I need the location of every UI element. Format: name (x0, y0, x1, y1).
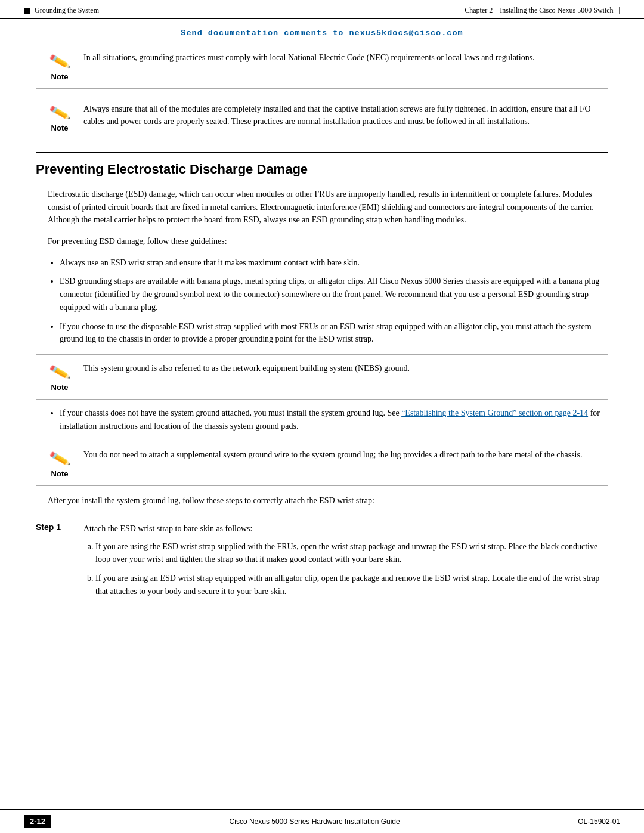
header-section-label: Grounding the System (35, 6, 99, 15)
chapter-title: Installing the Cisco Nexus 5000 Switch (500, 6, 613, 14)
note-text-3: This system ground is also referred to a… (83, 362, 608, 374)
page-number: 2-12 (24, 815, 51, 828)
chapter-label: Chapter 2 (465, 6, 493, 14)
step-1a: If you are using the ESD wrist strap sup… (95, 540, 608, 566)
note-icon-area-1: ✏️ Note (36, 51, 83, 81)
send-docs-line: Send documentation comments to nexus5kdo… (36, 19, 608, 44)
footer: 2-12 Cisco Nexus 5000 Series Hardware In… (0, 809, 644, 833)
list-item: Always use an ESD wrist strap and ensure… (60, 256, 608, 270)
bullet-list-2: If your chassis does not have the system… (60, 407, 608, 432)
pencil-icon-1: ✏️ (48, 50, 72, 73)
footer-center-text: Cisco Nexus 5000 Series Hardware Install… (230, 817, 400, 826)
note-block-3: ✏️ Note This system ground is also refer… (36, 354, 608, 400)
note-icon-area-2: ✏️ Note (36, 103, 83, 132)
pencil-icon-2: ✏️ (48, 101, 72, 124)
footer-right-text: OL-15902-01 (578, 817, 620, 826)
list-item: If you choose to use the disposable ESD … (60, 320, 608, 346)
note-label-2: Note (51, 123, 69, 132)
section-heading: Preventing Electrostatic Discharge Damag… (36, 152, 608, 177)
step-1-block: Step 1 Attach the ESD wrist strap to bar… (36, 516, 608, 609)
page-container: Grounding the System Chapter 2 Installin… (0, 0, 644, 833)
note-text-1: In all situations, grounding practices m… (83, 51, 608, 64)
pencil-icon-3: ✏️ (48, 361, 72, 383)
black-square-icon (24, 8, 30, 14)
note-icon-area-3: ✏️ Note (36, 362, 83, 392)
list-item: ESD grounding straps are available with … (60, 275, 608, 314)
note-block-2: ✏️ Note Always ensure that all of the mo… (36, 95, 608, 140)
note-text-4: You do not need to attach a supplemental… (83, 448, 608, 461)
top-header: Grounding the System Chapter 2 Installin… (0, 0, 644, 19)
step-1-label: Step 1 (36, 522, 83, 532)
note-icon-area-4: ✏️ Note (36, 448, 83, 478)
step-1b: If you are using an ESD wrist strap equi… (95, 572, 608, 597)
pencil-icon-4: ✏️ (48, 448, 72, 470)
step-1-content: Attach the ESD wrist strap to bare skin … (83, 522, 608, 603)
note-block-1: ✏️ Note In all situations, grounding pra… (36, 44, 608, 89)
bullet-list: Always use an ESD wrist strap and ensure… (60, 256, 608, 346)
note-text-2: Always ensure that all of the modules ar… (83, 103, 608, 128)
note-label-3: Note (51, 383, 69, 392)
header-left: Grounding the System (24, 6, 99, 15)
note-block-4: ✏️ Note You do not need to attach a supp… (36, 441, 608, 486)
list-item-after-note3: If your chassis does not have the system… (60, 407, 608, 432)
step-1-sublist: If you are using the ESD wrist strap sup… (95, 540, 608, 598)
after-note4-text: After you install the system ground lug,… (48, 494, 608, 507)
note-label-4: Note (51, 469, 69, 478)
step-1-text: Attach the ESD wrist strap to bare skin … (83, 522, 608, 535)
header-right: Chapter 2 Installing the Cisco Nexus 500… (465, 6, 620, 15)
system-ground-link[interactable]: “Establishing the System Ground” section… (401, 408, 588, 417)
main-content: Send documentation comments to nexus5kdo… (0, 19, 644, 645)
note-label-1: Note (51, 72, 69, 81)
guidelines-intro: For preventing ESD damage, follow these … (48, 235, 608, 248)
intro-paragraph: Electrostatic discharge (ESD) damage, wh… (48, 188, 608, 227)
